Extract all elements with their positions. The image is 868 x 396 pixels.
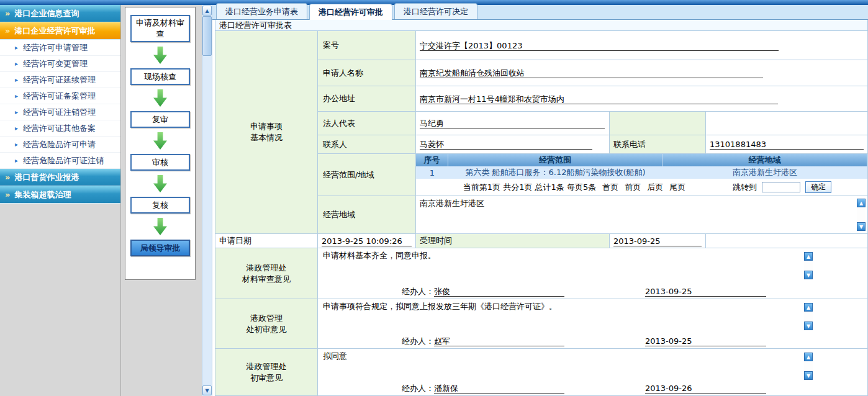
opinion-initial-review-text[interactable]: 申请事项符合规定，拟同意上报发放三年期《港口经营许可证》。: [318, 299, 867, 335]
flow-step-audit[interactable]: 审核: [130, 154, 190, 171]
arrow-bullet-icon: ▸: [15, 60, 18, 67]
last-page-link[interactable]: 尾页: [669, 182, 685, 193]
sidebar-item-label: 港口普货作业报港: [14, 172, 79, 183]
sidebar-subitem-label: 经营许可证注销管理: [23, 107, 96, 118]
opinion-initial-review-2-text[interactable]: 拟同意: [318, 349, 867, 382]
tab-license-approval[interactable]: 港口经营许可审批: [309, 4, 392, 20]
tab-business-application-form[interactable]: 港口经营业务申请表: [216, 3, 307, 19]
accept-date-field[interactable]: 2013-09-25: [613, 236, 702, 246]
accept-date-label: 受理时间: [416, 234, 610, 248]
scroll-down-icon[interactable]: ▼: [804, 371, 813, 380]
scrollbar-track[interactable]: [804, 312, 813, 322]
main-vertical-scrollbar[interactable]: ▲ ▼: [202, 5, 212, 396]
sidebar-subitem-label: 经营许可申请管理: [23, 42, 88, 53]
flow-step-re-review[interactable]: 复审: [130, 111, 190, 128]
handler-name-field[interactable]: 潘新保: [434, 384, 564, 394]
jump-confirm-button[interactable]: 确定: [805, 181, 831, 193]
scroll-up-icon[interactable]: ▲: [202, 6, 212, 16]
flow-step-application-material-review[interactable]: 申请及材料审查: [130, 15, 190, 42]
scrollbar-track[interactable]: [804, 361, 813, 371]
handler-label: 经办人：: [402, 336, 434, 347]
textarea-scrollbar[interactable]: ▲ ▼: [804, 252, 813, 279]
apply-date-field[interactable]: 2013-9-25 10:09:26: [322, 236, 412, 246]
contact-phone-field[interactable]: 13101881483: [710, 139, 864, 150]
scroll-down-icon[interactable]: ▼: [857, 222, 866, 231]
flow-step-recheck[interactable]: 复核: [130, 197, 190, 214]
scroll-down-icon[interactable]: ▼: [804, 271, 813, 279]
sidebar-subitem-label: 经营许可变更管理: [23, 58, 88, 70]
scroll-up-icon[interactable]: ▲: [804, 303, 813, 312]
scope-table-row[interactable]: 1 第六类 船舶港口服务：6.12船舶污染物接收(船舶) 南京港新生圩港区: [416, 166, 867, 179]
scrollbar-track[interactable]: [202, 16, 212, 385]
empty-cell: [706, 234, 868, 248]
handler-date-field[interactable]: 2013-09-26: [645, 384, 766, 394]
tab-license-decision[interactable]: 港口经营许可决定: [394, 3, 477, 19]
scroll-up-icon[interactable]: ▲: [804, 353, 813, 361]
scope-table-header: 序号 经营范围 经营地域: [416, 154, 867, 166]
scrollbar-track[interactable]: [857, 207, 866, 222]
page-jump-input[interactable]: [762, 182, 800, 192]
column-header-area: 经营地域: [662, 154, 867, 166]
contact-phone-label: 联系电话: [610, 135, 706, 154]
prev-page-link[interactable]: 前页: [625, 182, 641, 193]
sidebar-subitem-license-renewal-mgmt[interactable]: ▸ 经营许可证延续管理: [0, 72, 120, 88]
sidebar-item-container-overload[interactable]: » 集装箱超载治理: [0, 186, 120, 204]
next-page-link[interactable]: 后页: [647, 182, 663, 193]
scrollbar-thumb[interactable]: [202, 16, 212, 56]
flow-step-site-check[interactable]: 现场核查: [130, 68, 190, 85]
sidebar-subitem-label: 经营许可证延续管理: [23, 74, 96, 86]
sidebar: » 港口企业信息查询 » 港口企业经营许可审批 ▸ 经营许可申请管理 ▸ 经营许…: [0, 5, 121, 396]
contact-person-field[interactable]: 马菱怀: [420, 139, 592, 150]
arrow-bullet-icon: ▸: [15, 76, 18, 83]
contact-person-label: 联系人: [318, 135, 416, 154]
arrow-bullet-icon: ▸: [15, 92, 18, 99]
scrollbar-track[interactable]: [804, 261, 813, 271]
first-page-link[interactable]: 首页: [602, 182, 618, 193]
flow-step-label: 复核: [152, 200, 168, 211]
scope-row-area: 南京港新生圩港区: [662, 166, 867, 179]
sidebar-subitem-label: 经营许可证备案管理: [23, 91, 96, 102]
flow-step-label: 审核: [152, 157, 168, 168]
tab-label: 港口经营许可决定: [404, 7, 468, 16]
sidebar-subitem-license-filing-mgmt[interactable]: ▸ 经营许可证备案管理: [0, 88, 120, 104]
sidebar-item-label: 港口企业经营许可审批: [14, 25, 95, 37]
flow-step-leader-approval[interactable]: 局领导审批: [130, 240, 190, 256]
sidebar-subitem-dangerous-goods-application[interactable]: ▸ 经营危险品许可申请: [0, 137, 120, 153]
approval-form: 申请事项 基本情况 案号 宁交港许字【2013】00123 申请人名称 南京纪发…: [215, 31, 868, 396]
business-area-field[interactable]: 南京港新生圩港区: [420, 198, 484, 209]
basic-info-section: 申请事项 基本情况 案号 宁交港许字【2013】00123 申请人名称 南京纪发…: [215, 31, 868, 234]
sidebar-subitem-label: 经营危险品许可申请: [23, 139, 96, 150]
sidebar-item-enterprise-info-query[interactable]: » 港口企业信息查询: [0, 5, 120, 22]
textarea-scrollbar[interactable]: ▲ ▼: [857, 199, 866, 231]
textarea-scrollbar[interactable]: ▲ ▼: [804, 353, 813, 380]
sidebar-item-license-approval[interactable]: » 港口企业经营许可审批: [0, 22, 120, 40]
sidebar-subitem-license-other-filing[interactable]: ▸ 经营许可证其他备案: [0, 120, 120, 137]
case-number-field[interactable]: 宁交港许字【2013】00123: [420, 40, 779, 51]
down-arrow-icon: [153, 218, 167, 235]
textarea-scrollbar[interactable]: ▲ ▼: [804, 303, 813, 330]
pagination-bar: 当前第1页 共分1页 总计1条 每页5条 首页 前页 后页 尾页 跳转到 确定: [416, 179, 867, 196]
business-area-label: 经营地域: [318, 196, 416, 234]
column-header-no: 序号: [416, 154, 448, 166]
scroll-down-icon[interactable]: ▼: [202, 385, 212, 395]
case-number-label: 案号: [318, 31, 416, 60]
sidebar-subitem-license-cancellation-mgmt[interactable]: ▸ 经营许可证注销管理: [0, 104, 120, 120]
scroll-up-icon[interactable]: ▲: [857, 199, 866, 207]
applicant-name-field[interactable]: 南京纪发船舶清仓残油回收站: [420, 68, 763, 78]
apply-date-label: 申请日期: [215, 234, 318, 248]
office-address-field[interactable]: 南京市新河一村11号4幢郑和农贸市场内: [420, 94, 778, 104]
sidebar-subitem-dangerous-goods-cancellation[interactable]: ▸ 经营危险品许可证注销: [0, 153, 120, 169]
handler-date-field[interactable]: 2013-09-25: [645, 287, 766, 297]
opinion-material-review-text[interactable]: 申请材料基本齐全，同意申报。: [318, 248, 867, 285]
scroll-down-icon[interactable]: ▼: [804, 322, 813, 330]
sidebar-subitem-license-application-mgmt[interactable]: ▸ 经营许可申请管理: [0, 40, 120, 56]
office-address-label: 办公地址: [318, 86, 416, 112]
sidebar-subitem-license-change-mgmt[interactable]: ▸ 经营许可变更管理: [0, 56, 120, 72]
menu-chevrons-icon: »: [5, 173, 10, 182]
scroll-up-icon[interactable]: ▲: [804, 252, 813, 261]
handler-name-field[interactable]: 赵军: [434, 336, 564, 346]
handler-date-field[interactable]: 2013-09-25: [645, 336, 766, 346]
legal-representative-field[interactable]: 马纪勇: [420, 118, 605, 128]
sidebar-item-general-cargo-report[interactable]: » 港口普货作业报港: [0, 169, 120, 186]
handler-name-field[interactable]: 张俊: [434, 287, 564, 297]
